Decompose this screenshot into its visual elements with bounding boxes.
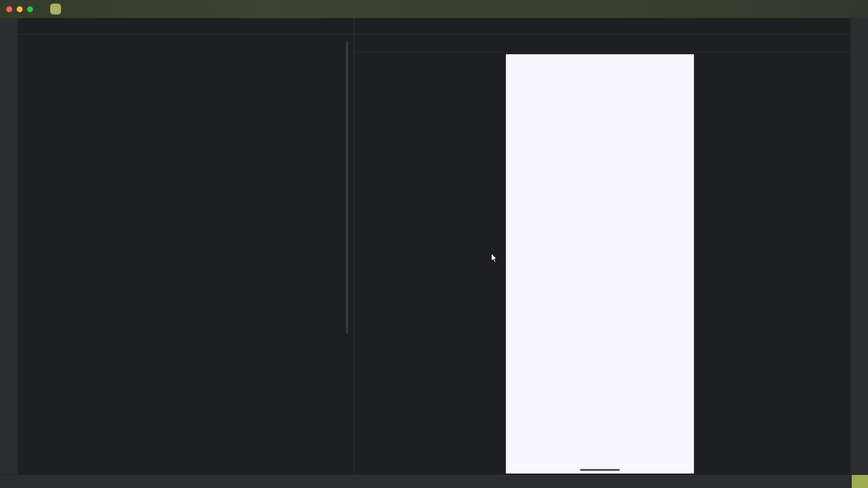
zoom-window-button[interactable] xyxy=(27,6,33,12)
zoom-to-fit-button[interactable] xyxy=(830,462,833,464)
zoom-out-button[interactable] xyxy=(830,450,833,453)
editor-tab-bar xyxy=(18,18,354,34)
status-bar-right xyxy=(793,475,868,488)
project-selector[interactable] xyxy=(65,7,75,11)
zoom-controls xyxy=(830,443,833,464)
project-badge xyxy=(50,4,61,14)
titlebar xyxy=(0,0,868,18)
running-devices-panel xyxy=(354,18,850,475)
window-controls xyxy=(6,6,33,12)
gesture-nav-handle[interactable] xyxy=(580,469,620,471)
close-window-button[interactable] xyxy=(6,6,12,12)
device-toolbar xyxy=(354,34,850,53)
status-bar xyxy=(0,475,868,488)
mouse-cursor xyxy=(491,253,499,266)
zoom-in-button[interactable] xyxy=(830,443,833,446)
device-display-area xyxy=(354,53,850,475)
branch-selector[interactable] xyxy=(87,7,100,11)
main-area xyxy=(0,18,868,475)
emulator-screen[interactable] xyxy=(506,54,694,474)
minimize-window-button[interactable] xyxy=(17,6,23,12)
android-studio-window xyxy=(0,0,868,488)
left-tool-strip xyxy=(0,18,18,475)
editor-scrollbar[interactable] xyxy=(346,41,348,333)
android-status-bar xyxy=(506,54,694,66)
editor-pane xyxy=(18,18,354,475)
right-tool-strip xyxy=(850,18,868,475)
vim-mode-badge[interactable] xyxy=(852,475,868,488)
device-tab-bar xyxy=(354,18,850,34)
code-editor[interactable] xyxy=(18,34,354,475)
